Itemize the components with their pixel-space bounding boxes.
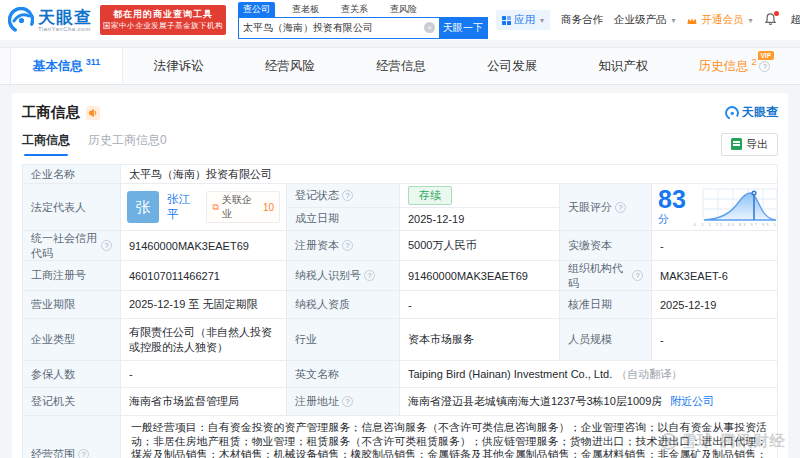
tab-intellectual-property[interactable]: 知识产权 — [568, 48, 679, 84]
address-value: 海南省澄迈县老城镇南海大道1237号3栋10层1009房 附近公司 — [400, 388, 777, 415]
search-tab-relation[interactable]: 查关系 — [336, 2, 373, 17]
paid-capital-label: 实缴资本 — [560, 231, 652, 260]
org-code-value: MAK3EAET-6 — [652, 261, 777, 290]
tianyancha-logo[interactable]: 天眼查 TianYanCha.com — [8, 7, 92, 33]
chevron-down-icon: ▾ — [540, 16, 544, 25]
en-name-label: 英文名称 — [287, 361, 400, 387]
table-row: 企业名称 太平鸟（海南）投资有限公司 — [23, 165, 777, 184]
section-title: 工商信息 — [22, 103, 80, 122]
search-tab-risk[interactable]: 查风险 — [385, 2, 422, 17]
tab-company-development[interactable]: 公司发展 — [457, 48, 568, 84]
authority-label: 登记机关 — [23, 388, 121, 415]
avatar[interactable]: 张 — [127, 191, 159, 223]
score-cell[interactable]: 83分 — [652, 184, 777, 230]
subrow-status: 登记状态? 存续 — [287, 184, 560, 208]
help-icon[interactable]: ? — [78, 449, 89, 458]
related-companies-badge[interactable]: ⧉ 关联企业 10 — [206, 191, 280, 223]
tab-operating-info[interactable]: 经营信息 — [345, 48, 456, 84]
inner-tab-history[interactable]: 历史工商信息0 — [88, 132, 167, 156]
search-box: × 天眼一下 — [238, 17, 488, 39]
business-info-table: 企业名称 太平鸟（海南）投资有限公司 法定代表人 张 张江平 ⧉ 关联企业 10… — [22, 164, 778, 458]
chevron-down-icon: ▾ — [748, 16, 752, 25]
authority-value: 海南省市场监督管理局 — [121, 388, 287, 415]
table-row: 工商注册号 460107011466271 纳税人识别号? 91460000MA… — [23, 261, 777, 291]
staff-size-label: 人员规模 — [560, 319, 652, 360]
tab-count: 311 — [86, 57, 101, 67]
insured-label: 参保人数 — [23, 361, 121, 387]
help-icon[interactable]: ? — [101, 240, 112, 251]
score-unit: 分 — [658, 213, 669, 225]
search-input[interactable] — [239, 18, 424, 38]
chart-axis-ticks: 0 1 5 15 40 83 97 99 100 — [694, 222, 777, 227]
company-type-label: 企业类型 — [23, 319, 121, 360]
tab-history-info[interactable]: VIP 历史信息 2 ? — [679, 48, 790, 84]
reg-capital-value: 5000万人民币 — [400, 231, 560, 260]
term-label: 营业期限 — [23, 291, 121, 318]
staff-size-value: - — [652, 319, 777, 360]
help-icon[interactable]: ? — [342, 240, 353, 251]
excel-icon — [731, 138, 742, 150]
table-row: 登记机关 海南省市场监督管理局 注册地址? 海南省澄迈县老城镇南海大道1237号… — [23, 388, 777, 416]
tab-operating-risk[interactable]: 经营风险 — [234, 48, 345, 84]
help-icon[interactable]: ? — [342, 396, 353, 407]
table-row: 法定代表人 张 张江平 ⧉ 关联企业 10 登记状态? 存续 — [23, 184, 777, 231]
help-icon[interactable]: ? — [364, 270, 375, 281]
nav-enterprise-products[interactable]: 企业级产品 ▾ — [614, 13, 675, 27]
score-value: 83 — [658, 185, 686, 213]
nav-vip-upgrade[interactable]: 开通会员 ▾ — [686, 13, 752, 27]
reg-status-value: 存续 — [400, 184, 560, 207]
tab-basic-info[interactable]: 基本信息 311 — [10, 48, 123, 84]
banner-line2: 国家中小企业发展子基金旗下机构 — [103, 20, 223, 31]
nav-super-risk[interactable]: 超级风... ▾ — [790, 13, 800, 27]
est-date-value: 2025-12-19 — [400, 208, 560, 231]
tab-label: 历史信息 — [698, 58, 748, 75]
business-scope-label: 经营范围? — [23, 416, 121, 458]
tab-label: 公司发展 — [487, 58, 537, 75]
tab-label: 知识产权 — [598, 58, 648, 75]
notifications-bell[interactable] — [763, 12, 779, 28]
score-distribution-chart: 0 1 5 15 40 83 97 99 100 — [694, 188, 777, 227]
search-tabs: 查公司 查老板 查关系 查风险 — [238, 2, 488, 17]
reg-no-label: 工商注册号 — [23, 261, 121, 290]
help-icon[interactable]: ? — [759, 61, 770, 72]
taxpayer-qual-label: 纳税人资质 — [287, 291, 400, 318]
nav-business-coop[interactable]: 商务合作 — [561, 13, 603, 27]
brand-domain: TianYanCha.com — [38, 26, 92, 32]
help-icon[interactable]: ? — [615, 202, 626, 213]
apps-menu[interactable]: 应用 ▾ — [496, 10, 550, 30]
apps-grid-icon — [502, 16, 511, 25]
subrow-established: 成立日期 2025-12-19 — [287, 208, 560, 231]
relation-icon: ⧉ — [212, 202, 218, 213]
tab-label: 法律诉讼 — [154, 58, 204, 75]
vip-badge: VIP — [758, 51, 774, 60]
card-header: 工商信息 天眼查 — [12, 93, 788, 122]
top-header: 天眼查 TianYanCha.com 都在用的商业查询工具 国家中小企业发展子基… — [0, 0, 800, 40]
help-icon[interactable]: ? — [632, 270, 643, 281]
search-tab-boss[interactable]: 查老板 — [287, 2, 324, 17]
badge-label: 关联企业 — [222, 193, 260, 221]
industry-value: 资本市场服务 — [400, 319, 560, 360]
vip-label: 开通会员 — [701, 13, 743, 27]
help-icon[interactable]: ? — [342, 190, 353, 201]
tab-label: 经营风险 — [265, 58, 315, 75]
score-label: 天眼评分? — [560, 184, 652, 230]
tianyancha-logo-icon — [725, 106, 739, 120]
export-button[interactable]: 导出 — [721, 133, 778, 156]
legal-rep-label: 法定代表人 — [23, 184, 121, 230]
brand-name: 天眼查 — [38, 9, 92, 26]
uscc-value: 91460000MAK3EAET69 — [121, 231, 287, 260]
clear-icon[interactable]: × — [424, 22, 435, 33]
auto-translate-note: （自动翻译） — [616, 367, 682, 382]
nearby-companies-link[interactable]: 附近公司 — [670, 394, 714, 409]
company-name-label: 企业名称 — [23, 165, 121, 183]
tab-legal[interactable]: 法律诉讼 — [123, 48, 234, 84]
inner-tab-current[interactable]: 工商信息 — [22, 132, 70, 156]
search-button[interactable]: 天眼一下 — [439, 18, 487, 38]
search-tab-company[interactable]: 查公司 — [238, 2, 275, 17]
promo-banner: 都在用的商业查询工具 国家中小企业发展子基金旗下机构 — [100, 5, 226, 35]
banner-line1: 都在用的商业查询工具 — [113, 9, 213, 20]
enterprise-label: 企业级产品 — [614, 13, 667, 25]
search-area: 查公司 查老板 查关系 查风险 × 天眼一下 — [238, 2, 488, 39]
table-row: 企业类型 有限责任公司（非自然人投资或控股的法人独资） 行业 资本市场服务 人员… — [23, 319, 777, 361]
legal-rep-link[interactable]: 张江平 — [167, 192, 200, 222]
